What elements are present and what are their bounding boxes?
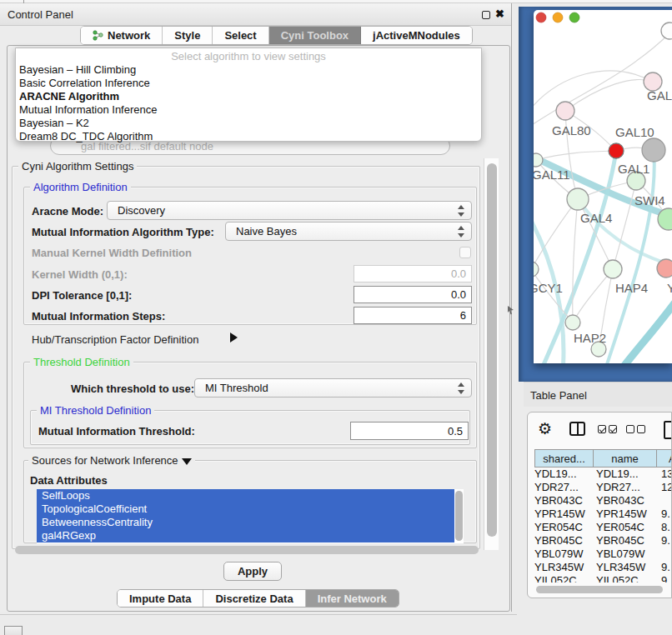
kernel-width-label: Kernel Width (0,1): <box>32 268 128 281</box>
split-columns-icon[interactable] <box>569 422 585 436</box>
node-gal10 <box>642 138 665 162</box>
algorithm-option[interactable]: Mutual Information Inference <box>19 103 157 116</box>
column-header-name[interactable]: name <box>593 450 656 467</box>
which-threshold-label: Which threshold to use: <box>71 382 194 395</box>
data-attributes-label: Data Attributes <box>30 474 108 487</box>
node-label: SWI4 <box>634 193 665 208</box>
network-icon <box>93 30 103 41</box>
node-gal80 <box>556 102 574 120</box>
status-bar-divider <box>0 614 517 615</box>
column-header-shared-name[interactable]: shared... <box>534 450 593 467</box>
algorithm-option[interactable]: Bayesian – K2 <box>19 117 89 129</box>
mouse-cursor <box>507 305 515 315</box>
network-view-window[interactable]: GAL GAL80 GAL10 GAL11 GAL1 SWI4 GAL4 GCY… <box>534 10 672 363</box>
settings-horizontal-scrollbar[interactable] <box>15 546 479 554</box>
control-panel-tabbar: Network Style Select Cyni Toolbox jActiv… <box>80 26 473 45</box>
data-attributes-list[interactable]: SelfLoops TopologicalCoefficient Between… <box>37 489 464 543</box>
stepper-arrows-icon <box>458 205 464 217</box>
mi-threshold-label: Mutual Information Threshold: <box>38 425 195 438</box>
tab-network-label: Network <box>108 29 150 42</box>
mi-steps-label: Mutual Information Steps: <box>32 310 165 322</box>
algorithm-definition-title: Algorithm Definition <box>30 181 131 193</box>
list-item[interactable]: SelfLoops <box>37 489 454 502</box>
tab-style[interactable]: Style <box>163 27 213 44</box>
node-label: Y <box>667 281 672 295</box>
stepper-arrows-icon <box>458 226 464 238</box>
column-header-partial[interactable]: A <box>656 450 672 467</box>
node-label: GAL80 <box>552 123 591 138</box>
mi-threshold-input[interactable] <box>350 422 469 440</box>
aracne-mode-select[interactable]: Discovery <box>107 201 472 220</box>
algorithm-option[interactable]: Basic Correlation Inference <box>19 77 150 89</box>
tab-cyni-toolbox[interactable]: Cyni Toolbox <box>269 27 361 44</box>
table-row[interactable]: YBR045CYBR045C9. <box>534 534 672 548</box>
tab-network[interactable]: Network <box>81 27 163 44</box>
aracne-mode-label: Aracne Mode: <box>32 205 103 218</box>
mac-minimize-icon[interactable] <box>553 12 563 22</box>
node <box>661 22 672 39</box>
node-label: GAL10 <box>615 125 654 139</box>
table-header-row: shared... name A <box>534 449 672 468</box>
tab-discretize-data[interactable]: Discretize Data <box>203 590 305 607</box>
node-hap2 <box>565 315 580 330</box>
table-row[interactable]: YDL19...YDL19...13 <box>534 468 672 481</box>
expand-right-arrow-icon[interactable] <box>230 332 238 342</box>
table-row[interactable]: YPR145WYPR145W9. <box>534 508 672 521</box>
mi-type-label: Mutual Information Algorithm Type: <box>32 226 214 238</box>
tab-jactivemnodules[interactable]: jActiveMNodules <box>361 27 472 44</box>
settings-vertical-scrollbar-thumb[interactable] <box>487 163 497 537</box>
network-canvas[interactable]: GAL GAL80 GAL10 GAL11 GAL1 SWI4 GAL4 GCY… <box>534 10 672 363</box>
document-icon[interactable] <box>664 421 672 439</box>
manual-kernel-label: Manual Kernel Width Definition <box>32 247 192 259</box>
list-item[interactable]: gal4RGexp <box>37 529 454 542</box>
network-desktop: GAL GAL80 GAL10 GAL11 GAL1 SWI4 GAL4 GCY… <box>519 7 672 382</box>
node-label: GAL11 <box>534 168 570 182</box>
table-body[interactable]: YDL19...YDL19...13 YDR27...YDR27...12 YB… <box>534 468 672 582</box>
table-row[interactable]: YLR345WYLR345W9. <box>534 561 672 574</box>
dpi-tolerance-input[interactable] <box>354 286 472 303</box>
list-vertical-scrollbar[interactable] <box>455 491 463 541</box>
node-gal4 <box>567 188 589 210</box>
table-row[interactable]: YER054CYER054C8. <box>534 521 672 534</box>
float-window-icon[interactable] <box>482 11 490 19</box>
tab-impute-data[interactable]: Impute Data <box>118 590 203 607</box>
list-item[interactable]: BetweennessCentrality <box>37 516 454 529</box>
table-row[interactable]: YDR27...YDR27...12 <box>534 481 672 494</box>
mi-type-select[interactable]: Naive Bayes <box>225 222 472 241</box>
algorithm-option[interactable]: Dream8 DC_TDC Algorithm <box>19 130 153 142</box>
close-icon[interactable]: ✖ <box>495 8 504 20</box>
hub-definition-label[interactable]: Hub/Transcription Factor Definition <box>32 333 198 346</box>
settings-gear-icon[interactable] <box>538 419 552 438</box>
node-label: GAL <box>647 88 672 102</box>
node-label: GCY1 <box>534 281 563 295</box>
unchecked-checkboxes-icon[interactable] <box>626 425 645 433</box>
mi-steps-input[interactable] <box>354 307 472 324</box>
apply-button[interactable]: Apply <box>223 562 282 581</box>
table-horizontal-scrollbar[interactable] <box>536 586 663 593</box>
which-threshold-select[interactable]: MI Threshold <box>194 378 472 398</box>
table-row[interactable]: YIL052CYIL052C9. <box>534 574 672 582</box>
threshold-definition-title: Threshold Definition <box>30 356 133 368</box>
dpi-tolerance-label: DPI Tolerance [0,1]: <box>32 289 132 302</box>
table-row[interactable]: YBL079WYBL079W <box>534 548 672 561</box>
algorithm-placeholder: Select algorithm to view settings <box>16 50 481 62</box>
sources-group-title[interactable]: Sources for Network Inference <box>28 454 195 467</box>
list-item[interactable]: TopologicalCoefficient <box>37 502 454 516</box>
tab-select[interactable]: Select <box>213 27 268 44</box>
algorithm-option-selected[interactable]: ARACNE Algorithm <box>19 90 119 102</box>
node-gal11 <box>534 153 543 167</box>
table-row[interactable]: YBR043CYBR043C <box>534 494 672 508</box>
table-panel: shared... name A YDL19...YDL19...13 YDR2… <box>527 412 672 598</box>
manual-kernel-checkbox[interactable] <box>459 247 471 258</box>
cyni-algorithm-settings-title: Cyni Algorithm Settings <box>18 160 137 172</box>
algorithm-option[interactable]: Bayesian – Hill Climbing <box>19 63 136 76</box>
tab-infer-network[interactable]: Infer Network <box>306 590 399 607</box>
settings-vertical-scrollbar-track[interactable] <box>484 158 499 550</box>
bottom-grip-icon[interactable] <box>4 626 23 635</box>
mac-zoom-icon[interactable] <box>569 12 579 22</box>
kernel-width-input[interactable] <box>354 265 472 282</box>
node-label: GAL1 <box>618 162 649 176</box>
mac-close-icon[interactable] <box>536 12 546 22</box>
checked-checkboxes-icon[interactable] <box>598 425 617 433</box>
control-panel-title: Control Panel <box>8 8 73 21</box>
